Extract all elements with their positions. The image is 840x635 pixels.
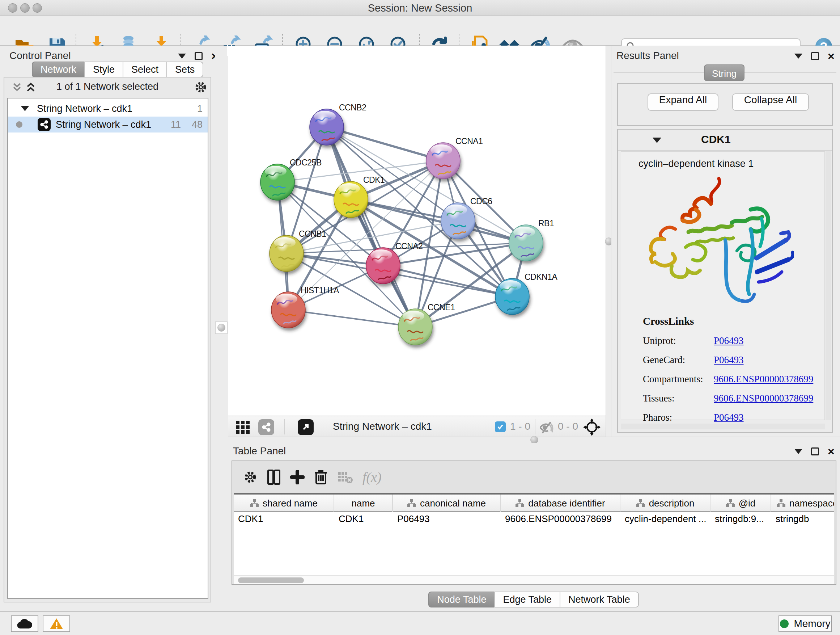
- crosslink-link[interactable]: 9606.ENSP00000378699: [714, 393, 813, 404]
- table-panel-close-icon[interactable]: ×: [828, 448, 835, 455]
- table-horizontal-scrollbar[interactable]: [234, 575, 834, 584]
- results-panel-title: Results Panel: [616, 50, 679, 62]
- network-tree-child-row[interactable]: String Network – cdk1 11 48: [8, 117, 208, 133]
- node-table-container: f(x) shared namenamecanonical namedataba…: [232, 461, 836, 585]
- collapse-entry-caret-icon[interactable]: [653, 138, 661, 143]
- delete-column-trash-icon[interactable]: [314, 469, 328, 485]
- network-status-dot-icon: [16, 121, 22, 128]
- table-scrollbar-thumb[interactable]: [238, 578, 304, 583]
- entry-description: cyclin–dependent kinase 1: [638, 158, 753, 169]
- crosslinks-title: CrossLinks: [643, 315, 813, 327]
- network-edge-CCNB2-CCNE1: [327, 127, 415, 327]
- table-panel-splitter[interactable]: [228, 437, 840, 443]
- expand-all-button[interactable]: Expand All: [647, 93, 718, 111]
- crosslink-label: Compartments:: [643, 374, 714, 385]
- node-label-HIST1H1A: HIST1H1A: [301, 286, 339, 295]
- node-label-CDC25B: CDC25B: [290, 158, 322, 167]
- network-list-toolbar: 1 of 1 Network selected: [4, 78, 210, 96]
- network-node-CDC25B[interactable]: CDC25B: [261, 158, 322, 200]
- tab-sets[interactable]: Sets: [166, 62, 203, 78]
- tree-child-node-count: 11: [171, 119, 181, 130]
- network-view-icon[interactable]: [258, 419, 274, 435]
- network-tree-root-row[interactable]: String Network – cdk1 1: [8, 101, 208, 117]
- control-panel-title: Control Panel: [9, 50, 71, 62]
- results-panel-maximize-icon[interactable]: [811, 52, 819, 60]
- table-options-gear-icon[interactable]: [243, 470, 257, 485]
- node-label-CDC6: CDC6: [470, 196, 493, 206]
- network-node-CCNA1[interactable]: CCNA1: [426, 136, 483, 179]
- control-panel-float-icon[interactable]: [178, 54, 186, 59]
- node-label-CCNA2: CCNA2: [395, 241, 423, 251]
- horizontal-splitter-handle[interactable]: [531, 436, 538, 444]
- add-column-plus-icon[interactable]: [290, 470, 305, 485]
- crosslink-label: Uniprot:: [643, 335, 714, 347]
- control-panel-maximize-icon[interactable]: [195, 52, 202, 60]
- table-cell[interactable]: cyclin-dependent ...: [621, 513, 711, 529]
- control-panel: Control Panel × NetworkStyleSelectSets 1…: [0, 46, 215, 611]
- table-cell[interactable]: 9606.ENSP00000378699: [501, 513, 621, 529]
- window-title: Session: New Session: [0, 0, 840, 16]
- network-node-CDK1[interactable]: CDK1: [334, 175, 385, 218]
- crosslink-link[interactable]: 9606.ENSP00000378699: [714, 374, 813, 385]
- detach-view-icon[interactable]: [298, 419, 314, 435]
- cdk1-entry-header[interactable]: CDK1: [618, 130, 832, 150]
- grid-view-icon[interactable]: [235, 420, 251, 434]
- tab-string[interactable]: String: [704, 65, 745, 81]
- table-cell[interactable]: P06493: [393, 513, 501, 529]
- tab-node-table[interactable]: Node Table: [428, 592, 495, 608]
- network-view-title: String Network – cdk1: [333, 421, 432, 432]
- table-panel-float-icon[interactable]: [794, 449, 802, 454]
- network-node-CCNB2[interactable]: CCNB2: [309, 103, 366, 145]
- column-header-canonical-name[interactable]: canonical name: [393, 494, 501, 512]
- table-cell[interactable]: stringdb: [771, 513, 834, 529]
- crosslink-row: GeneCard:P06493: [643, 355, 813, 366]
- tab-style[interactable]: Style: [84, 62, 123, 78]
- column-header-database-identifier[interactable]: database identifier: [501, 494, 621, 512]
- tree-root-count: 1: [197, 103, 202, 114]
- function-builder-icon: f(x): [363, 469, 382, 485]
- network-options-gear-icon[interactable]: [194, 80, 208, 94]
- results-panel-splitter[interactable]: [606, 46, 611, 437]
- node-table: shared namenamecanonical namedatabase id…: [234, 493, 834, 575]
- network-canvas[interactable]: CCNB2CCNA1CDC25BCDK1CDC6RB1CCNB1CCNA2CDK…: [228, 46, 606, 416]
- left-panel-splitter[interactable]: [215, 46, 227, 611]
- network-node-HIST1H1A[interactable]: HIST1H1A: [271, 286, 339, 328]
- table-cell[interactable]: CDK1: [334, 513, 393, 529]
- show-columns-icon[interactable]: [267, 469, 281, 485]
- crosslink-link[interactable]: P06493: [714, 412, 744, 423]
- column-header-namespace[interactable]: namespace: [771, 494, 834, 512]
- tree-expand-caret-icon[interactable]: [21, 106, 29, 111]
- table-cell[interactable]: stringdb:9...: [711, 513, 771, 529]
- column-header-description[interactable]: description: [621, 494, 711, 512]
- column-header-shared-name[interactable]: shared name: [234, 494, 334, 512]
- collapse-all-button[interactable]: Collapse All: [732, 93, 809, 111]
- results-horizontal-scrollbar[interactable]: [621, 424, 825, 429]
- warning-status-button[interactable]: [43, 616, 70, 632]
- tree-child-edge-count: 48: [192, 119, 202, 130]
- memory-status-dot-icon: [780, 619, 789, 628]
- column-header--id[interactable]: @id: [711, 494, 771, 512]
- network-edges: [278, 127, 526, 327]
- table-panel-maximize-icon[interactable]: [811, 448, 819, 455]
- results-panel-close-icon[interactable]: ×: [828, 52, 835, 60]
- network-node-RB1[interactable]: RB1: [509, 219, 554, 261]
- crosslink-link[interactable]: P06493: [714, 335, 744, 347]
- results-vertical-scrollbar[interactable]: [826, 151, 831, 420]
- results-panel-float-icon[interactable]: [794, 54, 802, 59]
- tab-edge-table[interactable]: Edge Table: [494, 592, 561, 608]
- birdseye-crosshair-icon[interactable]: [583, 418, 600, 436]
- tab-select[interactable]: Select: [123, 62, 167, 78]
- results-panel: Results Panel × String Expand All Collap…: [611, 46, 840, 437]
- selected-checkbox-icon[interactable]: [495, 421, 506, 432]
- network-node-CDKN1A[interactable]: CDKN1A: [495, 272, 557, 315]
- cloud-status-button[interactable]: [11, 616, 38, 632]
- crosslink-label: GeneCard:: [643, 355, 714, 366]
- table-cell[interactable]: CDK1: [234, 513, 334, 529]
- memory-button[interactable]: Memory: [778, 616, 832, 632]
- crosslink-link[interactable]: P06493: [714, 355, 744, 366]
- left-splitter-handle[interactable]: [218, 324, 225, 332]
- network-node-CCNB1[interactable]: CCNB1: [270, 229, 326, 272]
- tab-network[interactable]: Network: [32, 62, 85, 78]
- column-header-name[interactable]: name: [334, 494, 393, 512]
- tab-network-table[interactable]: Network Table: [560, 592, 639, 608]
